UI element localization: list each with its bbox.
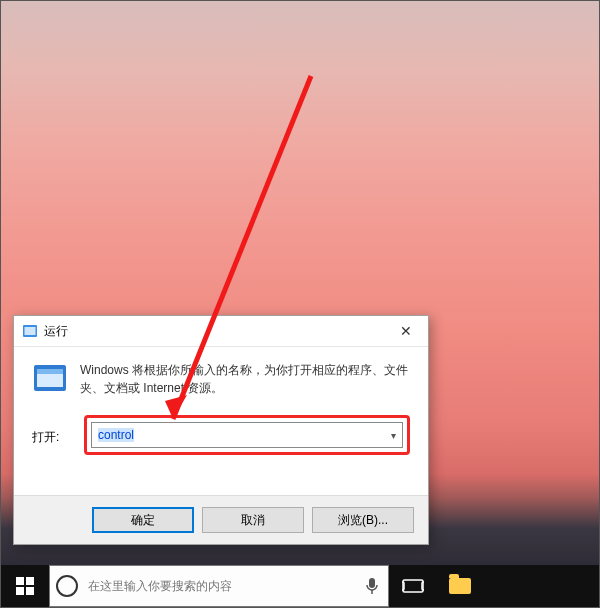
svg-rect-11 <box>369 578 375 588</box>
button-row: 确定 取消 浏览(B)... <box>14 495 428 544</box>
task-view-button[interactable] <box>389 565 437 607</box>
search-placeholder: 在这里输入你要搜索的内容 <box>88 578 356 595</box>
task-view-icon <box>402 577 424 595</box>
run-dialog: 运行 ✕ Windows 将根据你所输入的名称，为你打开相应的程序、文件夹、文档… <box>13 315 429 545</box>
microphone-icon[interactable] <box>356 577 388 595</box>
svg-rect-1 <box>25 327 36 335</box>
desktop-wallpaper: 运行 ✕ Windows 将根据你所输入的名称，为你打开相应的程序、文件夹、文档… <box>0 0 600 608</box>
windows-logo-icon <box>16 577 34 595</box>
cortana-icon <box>56 575 78 597</box>
dialog-title: 运行 <box>44 323 384 340</box>
svg-rect-9 <box>16 587 24 595</box>
browse-button[interactable]: 浏览(B)... <box>312 507 414 533</box>
annotation-highlight-box: ▾ <box>84 415 410 455</box>
taskbar-search[interactable]: 在这里输入你要搜索的内容 <box>49 565 389 607</box>
open-combobox[interactable]: ▾ <box>91 422 403 448</box>
svg-rect-8 <box>26 577 34 585</box>
dialog-body: Windows 将根据你所输入的名称，为你打开相应的程序、文件夹、文档或 Int… <box>14 347 428 397</box>
cancel-button[interactable]: 取消 <box>202 507 304 533</box>
open-label: 打开: <box>32 425 84 446</box>
open-row: 打开: ▾ <box>32 415 410 455</box>
close-icon: ✕ <box>400 323 412 339</box>
svg-rect-13 <box>403 580 423 592</box>
open-input[interactable] <box>92 423 384 447</box>
ok-button[interactable]: 确定 <box>92 507 194 533</box>
file-explorer-taskbar-icon[interactable] <box>437 565 483 607</box>
taskbar: 在这里输入你要搜索的内容 <box>1 565 599 607</box>
titlebar[interactable]: 运行 ✕ <box>14 316 428 347</box>
svg-rect-7 <box>16 577 24 585</box>
dialog-description: Windows 将根据你所输入的名称，为你打开相应的程序、文件夹、文档或 Int… <box>80 361 410 397</box>
run-app-icon <box>32 361 68 397</box>
folder-icon <box>449 578 471 594</box>
svg-rect-10 <box>26 587 34 595</box>
svg-rect-4 <box>37 369 63 374</box>
chevron-down-icon[interactable]: ▾ <box>384 423 402 447</box>
start-button[interactable] <box>1 565 49 607</box>
close-button[interactable]: ✕ <box>384 316 428 346</box>
run-app-title-icon <box>22 323 38 339</box>
